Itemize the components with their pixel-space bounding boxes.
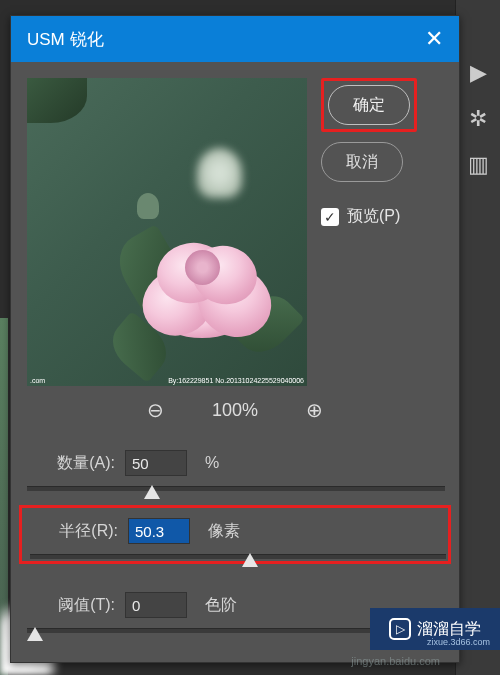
amount-input[interactable]: [125, 450, 187, 476]
slider-thumb-icon[interactable]: [242, 553, 258, 567]
play-icon[interactable]: ▶: [470, 60, 487, 86]
dialog-content: .com By:162229851 No.2013102422552904000…: [11, 62, 459, 649]
amount-row: 数量(A): %: [27, 450, 443, 476]
wheel-icon[interactable]: ✲: [469, 106, 487, 132]
threshold-label: 阈值(T):: [27, 595, 115, 616]
cancel-button[interactable]: 取消: [321, 142, 403, 182]
amount-label: 数量(A):: [27, 453, 115, 474]
amount-unit: %: [205, 454, 219, 472]
dialog-titlebar[interactable]: USM 锐化 ✕: [11, 16, 459, 62]
brand-badge: ▷ 溜溜自学 zixue.3d66.com: [370, 608, 500, 650]
threshold-input[interactable]: [125, 592, 187, 618]
dialog-buttons: 确定 取消 ✓ 预览(P): [321, 78, 417, 386]
zoom-in-icon[interactable]: ⊕: [306, 398, 323, 422]
radius-input[interactable]: [128, 518, 190, 544]
radius-slider[interactable]: [30, 554, 446, 559]
ok-button[interactable]: 确定: [328, 85, 410, 125]
preview-image[interactable]: .com By:162229851 No.2013102422552904000…: [27, 78, 307, 386]
image-watermark: .com By:162229851 No.2013102422552904000…: [30, 377, 304, 384]
highlight-box: 半径(R): 像素: [19, 505, 451, 564]
threshold-unit: 色阶: [205, 595, 237, 616]
zoom-out-icon[interactable]: ⊖: [147, 398, 164, 422]
usm-sharpen-dialog: USM 锐化 ✕ .com: [10, 15, 460, 663]
radius-label: 半径(R):: [30, 521, 118, 542]
radius-row: 半径(R): 像素: [30, 518, 440, 544]
close-icon[interactable]: ✕: [425, 26, 443, 52]
leaf-decoration: [27, 78, 87, 123]
radius-unit: 像素: [208, 521, 240, 542]
footer-watermark: jingyan.baidu.com: [351, 655, 440, 667]
badge-subtext: zixue.3d66.com: [427, 637, 490, 647]
watermark-right: By:162229851 No.20131024225529040006: [168, 377, 304, 384]
slider-thumb-icon[interactable]: [144, 485, 160, 499]
preview-checkbox-row[interactable]: ✓ 预览(P): [321, 206, 400, 227]
preview-checkbox-label: 预览(P): [347, 206, 400, 227]
rose-center: [185, 250, 220, 285]
app-side-toolbar: ▶ ✲ ▥: [455, 0, 500, 675]
slider-thumb-icon[interactable]: [27, 627, 43, 641]
flower-bud: [197, 148, 242, 198]
top-row: .com By:162229851 No.2013102422552904000…: [27, 78, 443, 386]
amount-slider[interactable]: [27, 486, 445, 491]
panel-icon[interactable]: ▥: [468, 152, 489, 178]
watermark-left: .com: [30, 377, 45, 384]
dialog-title: USM 锐化: [27, 28, 104, 51]
play-icon: ▷: [389, 618, 411, 640]
zoom-level: 100%: [212, 400, 258, 421]
rose-flower: [107, 198, 277, 348]
zoom-controls: ⊖ 100% ⊕: [27, 398, 443, 422]
highlight-box: 确定: [321, 78, 417, 132]
checkbox-icon[interactable]: ✓: [321, 208, 339, 226]
